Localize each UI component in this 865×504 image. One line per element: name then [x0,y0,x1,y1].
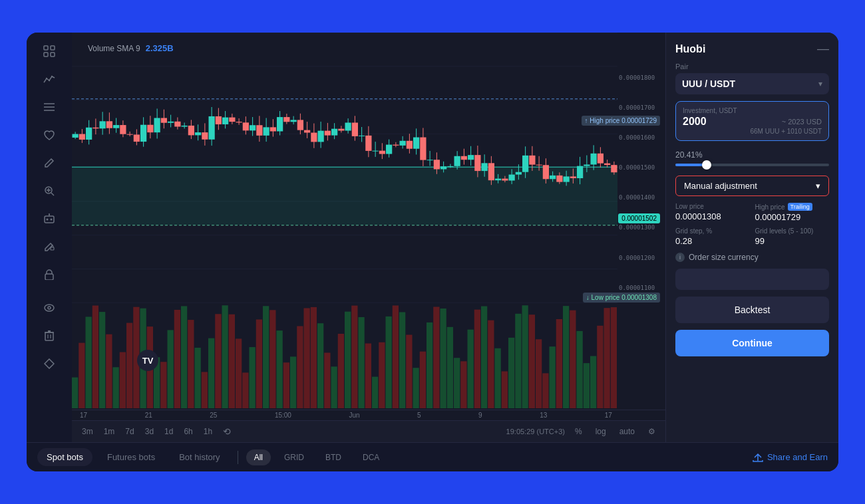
investment-input[interactable] [683,116,736,128]
timeframe-6h[interactable]: 6h [180,426,196,438]
close-icon[interactable]: — [817,42,829,56]
chart-bottom-right: 19:05:29 (UTC+3) % log auto ⚙ [506,426,659,438]
timeframe-1m[interactable]: 1m [100,426,118,438]
app-window: Volume SMA 9 2.325B ↑ High price 0.00001… [27,33,838,471]
grid-levels-value: 99 [755,236,830,246]
chart-icon[interactable] [37,67,61,91]
replay-btn[interactable]: ⟲ [220,425,234,438]
grid-step-label: Grid step, % [675,227,750,235]
svg-rect-0 [44,46,48,50]
chart-area[interactable]: ↑ High price 0.00001729 ↓ Low price 0.00… [72,33,665,410]
bot-icon[interactable] [37,207,61,231]
pair-dropdown-icon: ▾ [818,79,822,88]
current-price-label: 0.00001502 [618,213,660,223]
high-price-label: ↑ High price 0.00001729 [582,116,660,126]
chart-header: Volume SMA 9 2.325B [80,38,182,59]
low-price-item: Low price 0.00001308 [675,203,750,222]
slider-track[interactable] [675,164,829,166]
log-btn[interactable]: log [592,426,609,438]
pair-label: Pair [675,63,829,70]
indicator-value: 2.325B [146,43,174,53]
panel-title-row: Huobi — [675,42,829,56]
investment-usd: ~ 2023 USD [782,118,822,126]
candlestick-chart[interactable] [72,33,665,410]
slider-percent: 20.41% [675,150,829,160]
exchange-name: Huobi [675,43,705,55]
auto-btn[interactable]: auto [616,426,638,438]
pair-selector[interactable]: UUU / USDT ▾ [675,73,829,94]
trash-icon[interactable] [37,324,61,348]
low-price-label: ↓ Low price 0.00001308 [583,293,660,303]
filter-dca-tab[interactable]: DCA [355,449,387,465]
svg-point-5 [49,80,50,81]
zoom-icon[interactable] [37,179,61,203]
tradingview-logo: TV [137,350,158,371]
timeframe-3m[interactable]: 3m [79,426,96,438]
slider-container: 20.41% [675,148,829,169]
svg-rect-1 [51,46,55,50]
filter-grid-tab[interactable]: GRID [276,449,312,465]
indicator-label: Volume SMA 9 [88,44,140,53]
divider [238,451,238,464]
pen-icon[interactable] [37,151,61,175]
svg-point-16 [51,219,53,221]
high-price-label-panel: High price Trailing [755,203,830,211]
pair-section: Pair UUU / USDT ▾ [675,63,829,94]
main-content: Volume SMA 9 2.325B ↑ High price 0.00001… [27,33,838,442]
continue-button[interactable]: Continue [675,330,829,356]
time-axis: 17 21 25 15:00 Jun 5 9 13 17 [72,410,665,420]
diamond-icon[interactable] [37,352,61,376]
percent-btn[interactable]: % [572,426,586,438]
spot-bots-tab[interactable]: Spot bots [37,448,92,466]
grid-levels-item: Grid levels (5 - 100) 99 [755,227,830,246]
timeframe-3d[interactable]: 3d [142,426,157,438]
high-price-value-panel: 0.00001729 [755,212,830,222]
filter-all-tab[interactable]: All [246,449,271,465]
svg-rect-2 [44,53,48,57]
svg-point-6 [51,76,53,77]
manual-adjustment-button[interactable]: Manual adjustment ▾ [675,176,829,196]
settings-chart-btn[interactable]: ⚙ [645,426,659,438]
price-grid: Low price 0.00001308 High price Trailing… [675,203,829,246]
manual-adj-arrow: ▾ [816,181,820,191]
investment-label: Investment, USDT [683,107,822,114]
high-price-item: High price Trailing 0.00001729 [755,203,830,222]
timeframe-1h[interactable]: 1h [200,426,216,438]
share-earn-button[interactable]: Share and Earn [753,452,828,463]
slider-thumb[interactable] [702,160,711,170]
grid-step-item: Grid step, % 0.28 [675,227,750,246]
timeframe-7d[interactable]: 7d [122,426,137,438]
investment-field: Investment, USDT ~ 2023 USD 66M UUU + 10… [675,101,829,141]
right-panel: Huobi — Pair UUU / USDT ▾ Investment, US… [665,33,838,442]
info-icon[interactable]: i [675,253,685,262]
manual-adj-label: Manual adjustment [684,181,757,191]
share-icon [753,452,763,463]
order-size-row: i Order size currency [675,253,829,262]
eye-lock-icon[interactable] [37,296,61,320]
layers-icon[interactable] [37,95,61,119]
trailing-badge: Trailing [788,203,812,211]
order-size-label: Order size currency [689,253,759,262]
pair-value: UUU / USDT [682,78,735,89]
bot-history-tab[interactable]: Bot history [170,448,229,466]
order-size-currency-selector[interactable] [675,269,829,290]
svg-rect-23 [45,332,53,340]
heart-icon[interactable] [37,123,61,147]
low-price-value: 0.00001308 [675,211,750,221]
futures-bots-tab[interactable]: Futures bots [98,448,164,466]
svg-point-18 [49,213,50,215]
svg-rect-14 [45,216,54,223]
grid-levels-label: Grid levels (5 - 100) [755,227,830,235]
backtest-button[interactable]: Backtest [675,297,829,323]
pencil-lock-icon[interactable] [37,235,61,259]
lock-icon[interactable] [37,263,61,287]
chart-container: Volume SMA 9 2.325B ↑ High price 0.00001… [72,33,665,442]
svg-point-15 [47,219,49,221]
low-price-label: Low price [675,203,750,210]
grid-icon[interactable] [37,39,61,63]
timeframe-1d[interactable]: 1d [161,426,176,438]
bottom-bar: Spot bots Futures bots Bot history All G… [27,442,838,471]
timestamp: 19:05:29 (UTC+3) [506,428,565,436]
filter-btd-tab[interactable]: BTD [317,449,349,465]
share-earn-label: Share and Earn [767,452,828,462]
